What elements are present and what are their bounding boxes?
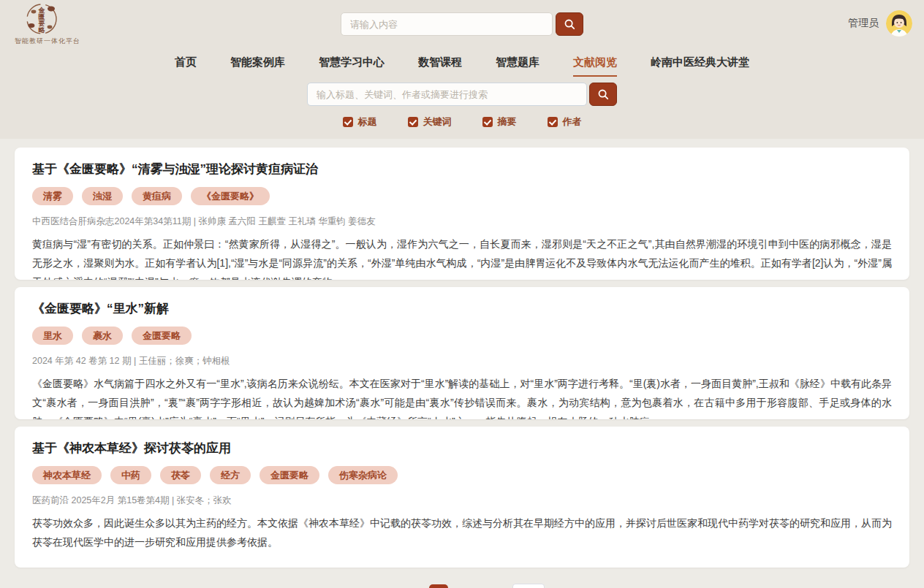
nav-item-home[interactable]: 首页 [175,56,197,77]
article-meta: 中西医结合肝病杂志2024年第34第11期 | 张帅康 孟六阳 王麒萱 王礼璘 … [32,215,892,228]
tag: 茯苓 [160,466,201,484]
checkbox-checked-icon[interactable] [408,117,418,127]
article-meta: 2024 年第 42 卷第 12 期 | 王佳丽；徐爽；钟相根 [32,355,892,367]
pagination: 共 3 条 < 1 > 前往 页 [0,584,924,588]
tag: 金匮要略 [260,466,319,484]
article-abstract: 茯苓功效众多，因此诞生众多以其为主药的经方。本文依据《神农本草经》中记载的茯苓功… [32,513,892,551]
tag-row: 里水裹水金匮要略 [32,327,892,345]
logo-seal-icon: 金 匮 要 略 [25,2,58,36]
main-nav: 首页 智能案例库 智慧学习中心 数智课程 智慧题库 文献阅览 岭南中医经典大讲堂 [0,48,924,77]
article-card[interactable]: 《金匮要略》“里水”新解 里水裹水金匮要略 2024 年第 42 卷第 12 期… [15,287,909,419]
header: 金 匮 要 略 智能教研一体化平台 管理员 [0,0,924,48]
filter-label: 摘要 [498,115,517,129]
nav-item-digital-courses[interactable]: 数智课程 [418,56,462,77]
article-title[interactable]: 《金匮要略》“里水”新解 [32,300,892,317]
page-number-button[interactable]: 1 [429,584,448,588]
literature-search-input[interactable] [307,83,587,106]
tag: 清雾 [32,187,73,205]
article-meta: 医药前沿 2025年2月 第15卷第4期 | 张安冬；张欢 [32,495,892,507]
nav-item-lingnan-lectures[interactable]: 岭南中医经典大讲堂 [651,56,749,77]
goto-page-input[interactable] [512,584,545,588]
top-zone: 金 匮 要 略 智能教研一体化平台 管理员 [0,0,924,139]
logo: 金 匮 要 略 智能教研一体化平台 [15,2,102,46]
article-card[interactable]: 基于《神农本草经》探讨茯苓的应用 神农本草经中药茯苓经方金匮要略伤寒杂病论 医药… [15,427,909,568]
filter-keywords[interactable]: 关键词 [408,115,452,129]
tag: 《金匮要略》 [191,187,270,205]
tag: 经方 [210,466,251,484]
article-abstract: 黄疸病与“湿”有密切的关系。正如仲景曰：“然黄家所得，从湿得之”。一般认为，湿作… [32,234,892,280]
tag: 神农本草经 [32,466,102,484]
literature-search-button[interactable] [589,83,617,106]
platform-name: 智能教研一体化平台 [15,37,102,46]
svg-text:略: 略 [39,26,46,34]
checkbox-checked-icon[interactable] [548,117,558,127]
tag-row: 神农本草经中药茯苓经方金匮要略伤寒杂病论 [32,466,892,484]
top-search-button[interactable] [556,12,583,36]
checkbox-checked-icon[interactable] [482,117,493,127]
nav-item-learning-center[interactable]: 智慧学习中心 [319,56,385,77]
tag: 黄疸病 [132,187,182,205]
avatar[interactable] [886,10,912,37]
article-title[interactable]: 基于《神农本草经》探讨茯苓的应用 [32,440,892,457]
goto-page: 前往 页 [488,584,560,588]
tag: 金匮要略 [132,327,192,345]
filter-label: 作者 [563,115,582,129]
top-search-input[interactable] [341,12,553,36]
checkbox-checked-icon[interactable] [343,117,353,127]
filter-author[interactable]: 作者 [548,115,582,129]
filter-label: 标题 [358,115,377,129]
top-search [341,12,583,36]
search-filters: 标题 关键词 摘要 作者 [0,115,924,129]
nav-item-question-bank[interactable]: 智慧题库 [496,56,539,77]
tag: 里水 [32,327,73,345]
tag: 伤寒杂病论 [328,466,398,484]
literature-search [307,83,617,106]
nav-item-case-library[interactable]: 智能案例库 [230,56,285,77]
search-icon [597,88,609,100]
article-list: 基于《金匮要略》“清雾与浊湿”理论探讨黄疸病证治 清雾浊湿黄疸病《金匮要略》 中… [0,139,924,568]
tag: 裹水 [82,327,123,345]
filter-label: 关键词 [423,115,452,129]
tag: 中药 [110,466,151,484]
filter-title[interactable]: 标题 [343,115,377,129]
tag: 浊湿 [82,187,123,205]
article-title[interactable]: 基于《金匮要略》“清雾与浊湿”理论探讨黄疸病证治 [32,161,892,177]
article-card[interactable]: 基于《金匮要略》“清雾与浊湿”理论探讨黄疸病证治 清雾浊湿黄疸病《金匮要略》 中… [15,148,909,280]
user-role-label: 管理员 [848,17,879,30]
search-icon [564,18,575,30]
filter-abstract[interactable]: 摘要 [482,115,517,129]
tag-row: 清雾浊湿黄疸病《金匮要略》 [32,187,892,205]
article-abstract: 《金匮要略》水气病篇于四水之外又有一“里水”,该病名历来众说纷纭。本文在医家对于… [32,374,892,419]
nav-item-literature[interactable]: 文献阅览 [573,56,617,77]
user-area: 管理员 [848,10,912,37]
